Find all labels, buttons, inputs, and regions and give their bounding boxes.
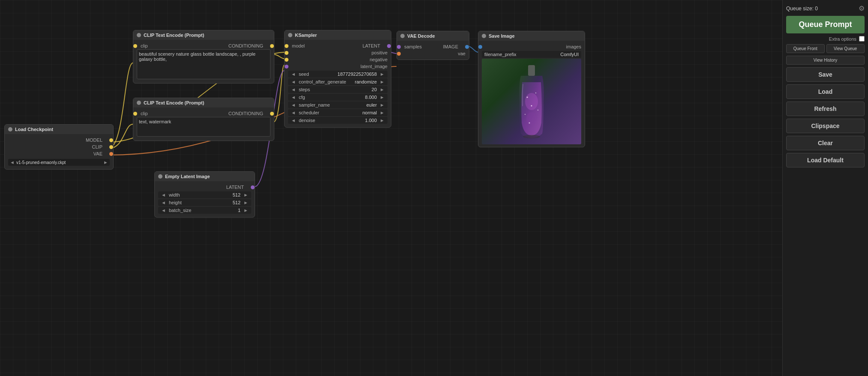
control-next[interactable]: ► xyxy=(378,79,386,84)
batch-param-label: batch_size xyxy=(167,208,236,213)
ckpt-next-arrow[interactable]: ► xyxy=(103,160,108,165)
save-button[interactable]: Save xyxy=(786,67,865,82)
vae-vae-dot xyxy=(397,52,401,56)
pos-conditioning-label: CONDITIONING xyxy=(228,43,263,48)
load-checkpoint-header: Load Checkpoint xyxy=(5,125,113,134)
negative-prompt-textarea[interactable]: text, watermark xyxy=(137,117,270,137)
batch-size-param-row[interactable]: ◄ batch_size 1 ► xyxy=(158,207,251,214)
width-param-row[interactable]: ◄ width 512 ► xyxy=(158,191,251,198)
node-dot-pos xyxy=(137,33,141,37)
vae-image-out-label: IMAGE xyxy=(443,44,458,49)
ks-model-input-row: model LATENT xyxy=(288,42,387,49)
batch-next-arrow[interactable]: ► xyxy=(242,208,249,213)
neg-clip-input-dot xyxy=(133,112,137,116)
clipspace-button[interactable]: Clipspace xyxy=(786,119,865,133)
scheduler-row[interactable]: ◄ scheduler normal ► xyxy=(288,109,387,116)
sampler-next[interactable]: ► xyxy=(378,102,386,107)
clip-encode-negative-body: clip CONDITIONING text, watermark xyxy=(133,107,274,140)
filename-prefix-row: filename_prefix ComfyUI xyxy=(482,51,581,58)
ksampler-header: KSampler xyxy=(285,30,391,40)
empty-latent-header: Empty Latent Image xyxy=(155,172,255,181)
vae-samples-row: samples IMAGE xyxy=(400,43,466,50)
image-preview xyxy=(482,59,581,144)
node-dot-vae xyxy=(400,34,405,38)
load-checkpoint-title: Load Checkpoint xyxy=(15,127,53,132)
seed-next[interactable]: ► xyxy=(378,72,386,77)
clip-output-label: CLIP xyxy=(92,144,102,149)
neg-clip-input-row: clip CONDITIONING xyxy=(137,110,270,117)
cfg-row[interactable]: ◄ cfg 8.000 ► xyxy=(288,94,387,101)
model-output-dot xyxy=(109,138,113,142)
ks-latent-out-dot xyxy=(387,44,391,48)
ksampler-title: KSampler xyxy=(295,33,317,38)
model-output-row: MODEL xyxy=(8,137,110,143)
denoise-prev[interactable]: ◄ xyxy=(290,118,297,123)
scheduler-next[interactable]: ► xyxy=(378,110,386,115)
load-default-button[interactable]: Load Default xyxy=(786,153,865,167)
batch-prev-arrow[interactable]: ◄ xyxy=(160,208,167,213)
denoise-next[interactable]: ► xyxy=(378,118,386,123)
seed-prev[interactable]: ◄ xyxy=(290,72,297,77)
vae-output-label: VAE xyxy=(93,151,102,156)
load-checkpoint-node: Load Checkpoint MODEL CLIP VAE xyxy=(4,124,114,170)
svg-rect-0 xyxy=(528,65,535,76)
queue-front-button[interactable]: Queue Front xyxy=(786,44,825,53)
svg-point-9 xyxy=(523,135,540,138)
save-image-node: Save Image images filename_prefix ComfyU… xyxy=(478,31,585,147)
empty-latent-node: Empty Latent Image LATENT ◄ width 512 ► … xyxy=(154,171,255,218)
positive-prompt-textarea[interactable]: beautiful scenery nature glass bottle la… xyxy=(137,49,270,79)
cfg-next[interactable]: ► xyxy=(378,95,386,100)
steps-row[interactable]: ◄ steps 20 ► xyxy=(288,86,387,93)
scheduler-prev[interactable]: ◄ xyxy=(290,110,297,115)
ks-positive-dot xyxy=(285,51,288,55)
node-dot-latent xyxy=(158,174,162,179)
save-image-body: images filename_prefix ComfyUI xyxy=(478,41,585,147)
width-prev-arrow[interactable]: ◄ xyxy=(160,192,167,197)
vae-output-row: VAE xyxy=(8,150,110,157)
steps-value: 20 xyxy=(370,87,378,92)
ks-positive-label: positive xyxy=(372,50,387,55)
settings-icon[interactable]: ⚙ xyxy=(859,4,865,12)
view-queue-button[interactable]: View Queue xyxy=(826,44,865,53)
clip-encode-positive-header: CLIP Text Encode (Prompt) xyxy=(133,30,274,40)
svg-point-4 xyxy=(525,114,526,115)
control-value: randomize xyxy=(353,79,378,84)
steps-prev[interactable]: ◄ xyxy=(290,87,297,92)
ckpt-prev-arrow[interactable]: ◄ xyxy=(10,160,15,165)
save-images-dot xyxy=(478,45,482,49)
neg-conditioning-label: CONDITIONING xyxy=(228,111,263,116)
seed-row[interactable]: ◄ seed 187729225270658 ► xyxy=(288,71,387,78)
steps-label: steps xyxy=(297,87,370,92)
denoise-row[interactable]: ◄ denoise 1.000 ► xyxy=(288,117,387,124)
latent-output-dot xyxy=(251,185,255,189)
ks-latent-input-row: latent_image xyxy=(288,63,387,70)
pos-clip-input-label: clip xyxy=(141,43,148,48)
height-param-row[interactable]: ◄ height 512 ► xyxy=(158,199,251,206)
height-next-arrow[interactable]: ► xyxy=(242,200,249,205)
sampler-prev[interactable]: ◄ xyxy=(290,102,297,107)
vae-samples-label: samples xyxy=(404,44,422,49)
load-button[interactable]: Load xyxy=(786,84,865,99)
extra-options-row: Extra options xyxy=(786,36,865,42)
control-row[interactable]: ◄ control_after_generate randomize ► xyxy=(288,78,387,85)
ckpt-name-row[interactable]: ◄ v1-5-pruned-emaonly.ckpt ► xyxy=(8,159,110,166)
queue-prompt-button[interactable]: Queue Prompt xyxy=(786,16,865,33)
refresh-button[interactable]: Refresh xyxy=(786,101,865,116)
width-next-arrow[interactable]: ► xyxy=(242,192,249,197)
pos-clip-input-dot xyxy=(133,44,137,48)
cfg-prev[interactable]: ◄ xyxy=(290,95,297,100)
view-history-button[interactable]: View History xyxy=(786,56,865,65)
extra-options-checkbox[interactable] xyxy=(859,36,865,42)
clear-button[interactable]: Clear xyxy=(786,136,865,150)
filename-prefix-label: filename_prefix xyxy=(484,52,517,57)
ks-latent-in-dot xyxy=(285,65,288,69)
sampler-row[interactable]: ◄ sampler_name euler ► xyxy=(288,101,387,108)
control-prev[interactable]: ◄ xyxy=(290,79,297,84)
load-checkpoint-body: MODEL CLIP VAE ◄ v1-5-pruned-emaonly.ckp… xyxy=(5,134,113,169)
height-prev-arrow[interactable]: ◄ xyxy=(160,200,167,205)
vae-decode-title: VAE Decode xyxy=(407,33,435,39)
denoise-value: 1.000 xyxy=(363,118,379,123)
vae-output-dot xyxy=(109,152,113,156)
steps-next[interactable]: ► xyxy=(378,87,386,92)
clip-output-dot xyxy=(109,145,113,149)
